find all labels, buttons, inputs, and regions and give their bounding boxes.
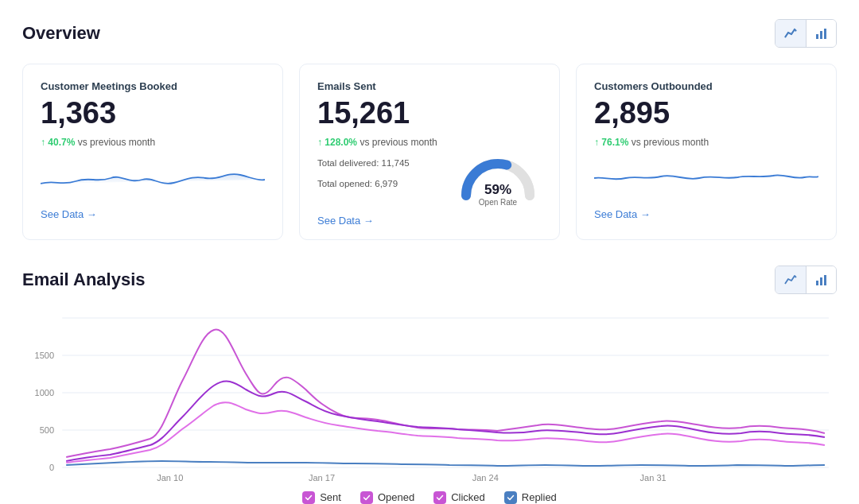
svg-rect-5 xyxy=(824,275,826,285)
meetings-change-pct: ↑ 40.7% xyxy=(41,137,75,148)
emails-delivered: Total delivered: 11,745 xyxy=(317,156,441,170)
bar-chart-icon xyxy=(814,26,829,41)
legend-replied-label: Replied xyxy=(522,491,557,503)
svg-text:Jan 24: Jan 24 xyxy=(472,473,499,483)
emails-opened: Total opened: 6,979 xyxy=(317,176,441,191)
check-icon-2 xyxy=(363,494,371,502)
emails-see-data[interactable]: See Data → xyxy=(317,215,374,227)
svg-text:Jan 17: Jan 17 xyxy=(309,473,335,483)
kpi-card-emails: Emails Sent 15,261 ↑ 128.0% vs previous … xyxy=(299,64,560,240)
meetings-label: Customer Meetings Booked xyxy=(41,80,265,92)
emails-inner: Total delivered: 11,745 Total opened: 6,… xyxy=(317,156,542,210)
svg-text:0: 0 xyxy=(49,463,54,472)
outbound-label: Customers Outbounded xyxy=(594,80,818,92)
analysis-toggle-group xyxy=(775,266,837,294)
svg-text:1500: 1500 xyxy=(35,351,55,360)
legend-sent-check xyxy=(302,491,315,504)
meetings-see-data[interactable]: See Data → xyxy=(41,208,97,220)
page-container: Overview Customer Meetings Booked 1,36 xyxy=(0,0,859,504)
donut-center: 59% Open Rate xyxy=(479,182,517,207)
svg-rect-0 xyxy=(816,34,818,39)
outbound-see-data[interactable]: See Data → xyxy=(594,208,651,220)
legend-replied-check xyxy=(504,491,517,504)
emails-donut: 59% Open Rate xyxy=(454,156,542,210)
svg-text:500: 500 xyxy=(40,425,54,435)
outbound-change-pct: ↑ 76.1% xyxy=(594,137,628,148)
legend-replied[interactable]: Replied xyxy=(504,491,557,504)
legend-sent[interactable]: Sent xyxy=(302,491,341,504)
emails-value: 15,261 xyxy=(317,97,542,130)
svg-text:1000: 1000 xyxy=(35,388,55,397)
analysis-chart-svg: 0 500 1000 1500 Jan 10 Jan 17 Jan 24 Jan… xyxy=(22,310,837,485)
overview-title: Overview xyxy=(22,23,100,44)
analysis-title: Email Analysis xyxy=(22,269,145,290)
check-icon-4 xyxy=(507,494,515,502)
kpi-row: Customer Meetings Booked 1,363 ↑ 40.7% v… xyxy=(22,64,837,240)
line-chart-icon xyxy=(783,26,798,41)
donut-percentage: 59% xyxy=(479,182,517,198)
emails-stats: Total delivered: 11,745 Total opened: 6,… xyxy=(317,156,441,210)
email-analysis-chart: 0 500 1000 1500 Jan 10 Jan 17 Jan 24 Jan… xyxy=(22,310,837,485)
overview-line-chart-btn[interactable] xyxy=(775,20,806,47)
donut-label: Open Rate xyxy=(479,198,517,207)
check-icon-3 xyxy=(436,494,444,502)
kpi-card-meetings: Customer Meetings Booked 1,363 ↑ 40.7% v… xyxy=(22,64,283,240)
analysis-header: Email Analysis xyxy=(22,266,837,294)
emails-label: Emails Sent xyxy=(317,80,542,92)
svg-rect-2 xyxy=(824,29,826,39)
svg-text:Jan 31: Jan 31 xyxy=(640,473,667,483)
outbound-change: ↑ 76.1% vs previous month xyxy=(594,137,818,148)
outbound-sparkline xyxy=(594,156,818,197)
analysis-line-chart-btn[interactable] xyxy=(775,266,806,293)
kpi-card-outbound: Customers Outbounded 2,895 ↑ 76.1% vs pr… xyxy=(576,64,837,240)
email-analysis-section: Email Analysis xyxy=(22,266,837,504)
legend-opened-check xyxy=(360,491,373,504)
analysis-bar-chart-btn[interactable] xyxy=(806,266,836,293)
overview-toggle-group xyxy=(775,19,837,48)
svg-text:Jan 10: Jan 10 xyxy=(157,473,183,483)
chart-legend: Sent Opened Clicked xyxy=(22,491,837,504)
emails-change: ↑ 128.0% vs previous month xyxy=(317,137,542,148)
analysis-bar-icon xyxy=(814,273,829,287)
legend-clicked-label: Clicked xyxy=(451,491,485,503)
analysis-line-icon xyxy=(783,273,798,287)
meetings-sparkline xyxy=(41,156,265,197)
svg-rect-1 xyxy=(820,31,822,39)
legend-clicked[interactable]: Clicked xyxy=(433,491,485,504)
legend-opened[interactable]: Opened xyxy=(360,491,414,504)
svg-rect-3 xyxy=(816,281,818,285)
overview-bar-chart-btn[interactable] xyxy=(806,20,836,47)
emails-change-pct: ↑ 128.0% xyxy=(317,137,357,148)
check-icon xyxy=(305,494,313,502)
meetings-change: ↑ 40.7% vs previous month xyxy=(41,137,265,148)
meetings-value: 1,363 xyxy=(41,97,265,130)
legend-opened-label: Opened xyxy=(378,491,414,503)
outbound-value: 2,895 xyxy=(594,97,818,130)
legend-sent-label: Sent xyxy=(320,491,341,503)
legend-clicked-check xyxy=(433,491,446,504)
overview-header: Overview xyxy=(22,19,837,48)
svg-rect-4 xyxy=(820,277,822,285)
